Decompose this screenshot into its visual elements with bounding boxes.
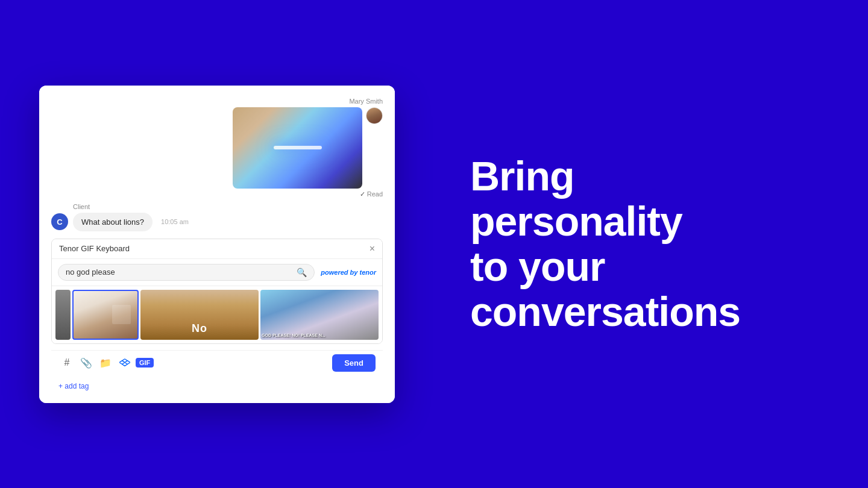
send-button[interactable]: Send (332, 354, 376, 372)
gif-button[interactable]: GIF (136, 358, 154, 368)
client-bubble-row: C What about lions? 10:05 am (51, 213, 189, 231)
search-input-wrap: 🔍 (58, 264, 315, 281)
tagline-line1: Bring (470, 153, 574, 199)
search-icon: 🔍 (297, 267, 307, 277)
gif-thumb-3[interactable]: No (140, 290, 259, 340)
tenor-search-input[interactable] (66, 267, 297, 277)
tenor-gifs-row: No GOD PLEASE! NO! PLEASE N... (52, 286, 382, 343)
tagline: Bring personality to your conversations (470, 154, 740, 334)
tenor-brand: tenor (360, 269, 377, 276)
add-tag-row: + add tag (51, 377, 383, 397)
no-text: No (192, 322, 207, 335)
please-text: GOD PLEASE! NO! PLEASE N... (262, 333, 326, 337)
client-label: Client (73, 203, 90, 210)
client-message-bubble: What about lions? (73, 213, 153, 231)
message-client: Client C What about lions? 10:05 am (51, 203, 383, 231)
tenor-header: Tenor GIF Keyboard × (52, 239, 382, 259)
tenor-title: Tenor GIF Keyboard (59, 244, 130, 253)
tenor-keyboard: Tenor GIF Keyboard × 🔍 powered by tenor (51, 239, 383, 344)
read-status: ✓ Read (360, 190, 383, 198)
mary-sender-name: Mary Smith (349, 98, 383, 105)
mary-bubble (233, 107, 383, 189)
gif-thumb-4[interactable]: GOD PLEASE! NO! PLEASE N... (260, 290, 379, 340)
avatar-mary (366, 107, 383, 124)
gif-thumb-1[interactable] (55, 290, 71, 340)
hashtag-icon[interactable]: # (58, 354, 75, 371)
dropbox-icon[interactable] (116, 354, 133, 371)
left-panel: Mary Smith ✓ Read Client C (0, 0, 434, 488)
right-panel: Bring personality to your conversations (434, 0, 868, 488)
powered-by-label: powered by (321, 269, 357, 276)
tagline-line3: to your (470, 243, 605, 289)
gif-thumb-2[interactable] (72, 290, 139, 340)
check-icon: ✓ (360, 190, 365, 198)
add-tag-button[interactable]: + add tag (58, 382, 89, 390)
client-message-time: 10:05 am (161, 218, 189, 225)
message-mary: Mary Smith ✓ Read (51, 98, 383, 198)
attachment-icon[interactable]: 📎 (78, 354, 95, 371)
client-message-text: What about lions? (81, 217, 144, 227)
folder-icon[interactable]: 📁 (97, 354, 114, 371)
tenor-close-button[interactable]: × (370, 244, 375, 254)
read-label: Read (367, 190, 383, 198)
gif-image (233, 107, 362, 189)
client-avatar: C (51, 213, 68, 230)
chat-window: Mary Smith ✓ Read Client C (39, 86, 395, 403)
tagline-line2: personality (470, 198, 682, 244)
tenor-search-bar: 🔍 powered by tenor (52, 259, 382, 286)
tenor-powered-by: powered by tenor (321, 269, 376, 276)
chat-body: Mary Smith ✓ Read Client C (39, 86, 395, 403)
chat-toolbar: # 📎 📁 GIF Send (51, 350, 383, 377)
tagline-line4: conversations (470, 289, 740, 334)
